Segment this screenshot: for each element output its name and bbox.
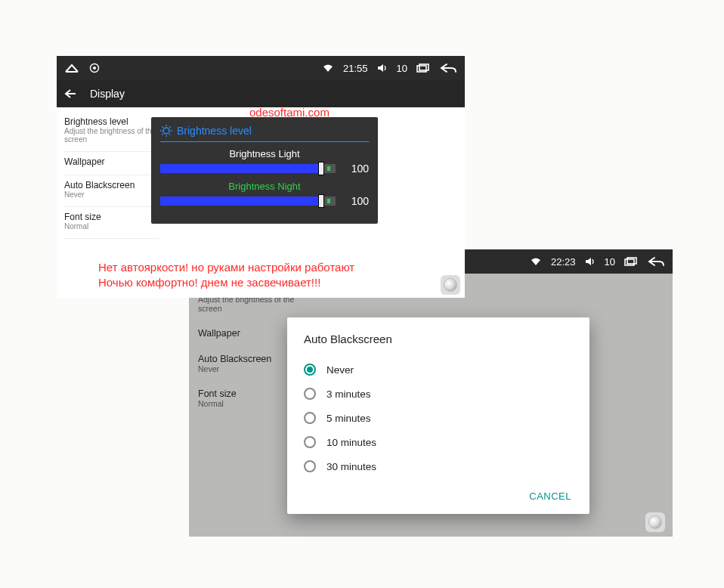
wifi-icon <box>322 63 334 73</box>
assistive-touch-button[interactable] <box>645 512 665 532</box>
slider-value: 100 <box>343 162 369 175</box>
volume-icon[interactable] <box>585 257 596 266</box>
radio-label: 3 minutes <box>326 388 371 400</box>
setting-row-wallpaper[interactable]: Wallpaper <box>64 152 159 175</box>
svg-line-15 <box>162 127 164 128</box>
dialog-title: Auto Blackscreen <box>304 333 573 345</box>
status-volume: 10 <box>397 63 407 74</box>
brightness-light-label: Brightness Light <box>160 148 369 159</box>
recents-icon[interactable] <box>416 63 430 73</box>
gear-icon[interactable] <box>88 62 101 74</box>
home-icon[interactable] <box>64 63 79 73</box>
app-bar: Display <box>57 80 465 107</box>
slider-value: 100 <box>343 195 369 207</box>
cancel-button[interactable]: CANCEL <box>528 486 573 506</box>
radio-icon <box>304 460 316 472</box>
annotation-line-2: Ночью комфортно! днем не засвечивает!!! <box>98 275 354 290</box>
brightness-icon <box>160 125 172 137</box>
watermark-text: odesoftami.com <box>249 106 330 119</box>
setting-row-brightness[interactable]: Brightness level Adjust the brightness o… <box>64 112 159 152</box>
status-volume: 10 <box>605 256 615 268</box>
radio-icon <box>304 412 316 424</box>
brightness-night-label: Brightness Night <box>160 181 369 192</box>
radio-5min[interactable]: 5 minutes <box>304 406 573 430</box>
radio-icon-selected <box>304 364 316 376</box>
radio-label: 30 minutes <box>326 461 376 472</box>
setting-row-blackscreen[interactable]: Auto Blackscreen Never <box>64 175 159 207</box>
svg-line-18 <box>162 134 164 135</box>
annotation-text: Нет автояркости! но руками настройки раб… <box>98 260 354 290</box>
radio-label: 10 minutes <box>326 437 376 448</box>
svg-point-10 <box>163 128 169 134</box>
svg-line-17 <box>169 127 171 128</box>
auto-blackscreen-dialog: Auto Blackscreen Never 3 minutes 5 minut… <box>287 317 589 514</box>
radio-3min[interactable]: 3 minutes <box>304 382 573 406</box>
brightness-light-slider[interactable]: 100 <box>160 162 369 175</box>
status-time: 22:23 <box>551 256 576 268</box>
slider-track[interactable] <box>160 197 336 206</box>
back-icon[interactable] <box>439 63 457 73</box>
slider-track[interactable] <box>160 164 336 173</box>
annotation-line-1: Нет автояркости! но руками настройки раб… <box>98 260 354 275</box>
brightness-dialog: Brightness level Brightness Light 100 Br… <box>151 117 378 224</box>
svg-line-16 <box>169 134 171 135</box>
svg-rect-5 <box>66 71 78 73</box>
app-bar-title: Display <box>90 88 125 100</box>
assistive-touch-button[interactable] <box>441 275 460 295</box>
radio-icon <box>304 436 316 448</box>
setting-row-fontsize[interactable]: Font size Normal <box>64 207 159 239</box>
radio-30min[interactable]: 30 minutes <box>304 454 573 478</box>
status-bar: 21:55 10 <box>57 56 465 80</box>
status-time: 21:55 <box>343 63 368 74</box>
recents-icon[interactable] <box>624 257 638 266</box>
svg-rect-9 <box>419 64 429 70</box>
brightness-night-slider[interactable]: 100 <box>160 195 369 207</box>
dialog-title: Brightness level <box>177 125 252 137</box>
radio-icon <box>304 388 316 400</box>
svg-point-7 <box>93 67 96 70</box>
radio-label: Never <box>326 364 354 376</box>
radio-10min[interactable]: 10 minutes <box>304 430 573 454</box>
volume-icon[interactable] <box>377 63 388 73</box>
wifi-icon <box>530 257 542 266</box>
radio-never[interactable]: Never <box>304 357 573 382</box>
radio-label: 5 minutes <box>326 413 371 424</box>
back-arrow-icon[interactable] <box>64 88 76 99</box>
svg-rect-8 <box>417 66 426 72</box>
dialog-title-row: Brightness level <box>160 125 369 142</box>
back-icon[interactable] <box>647 256 665 267</box>
